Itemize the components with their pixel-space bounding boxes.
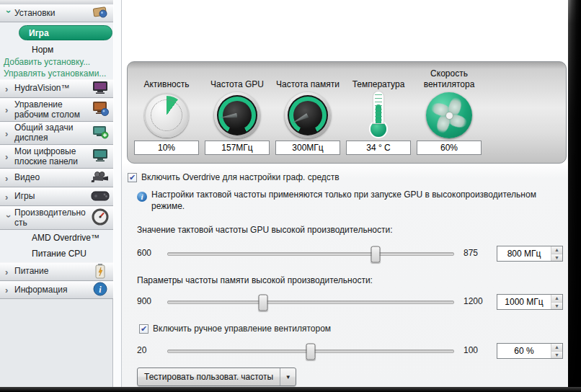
fan-slider-min: 20 bbox=[137, 345, 146, 355]
chevron-right-icon: › bbox=[5, 267, 14, 277]
gauge-label: Скорость вентилятора bbox=[414, 66, 484, 89]
memory-clock-label: Параметры частоты памяти высокой произво… bbox=[137, 275, 373, 285]
preset-item[interactable]: Норм bbox=[32, 45, 53, 55]
memory-slider-handle[interactable] bbox=[258, 294, 267, 311]
manual-fan-row: ✔ Включить ручное управление вентиляторо… bbox=[139, 324, 331, 334]
status-gauge-panel: Активность 10% Частота GPU 157МГц Частот… bbox=[127, 61, 567, 164]
sidebar-section-label: Игры bbox=[14, 192, 89, 202]
spin-up-button[interactable]: ▲ bbox=[551, 246, 562, 254]
catalyst-control-center-window: › Установки Игра Норм Добавить установку… bbox=[0, 0, 581, 392]
overdrive-page: Активность 10% Частота GPU 157МГц Частот… bbox=[122, 0, 568, 387]
gauge-label: Частота GPU bbox=[210, 66, 264, 89]
gpu-clock-label: Значение тактовой частоты GPU высокой пр… bbox=[137, 225, 392, 235]
manual-fan-checkbox[interactable]: ✔ bbox=[139, 324, 148, 334]
spin-down-button[interactable]: ▼ bbox=[551, 352, 562, 359]
chevron-right-icon: › bbox=[5, 192, 14, 202]
gauge-activity: Активность 10% bbox=[132, 66, 201, 163]
video-camera-icon bbox=[89, 171, 111, 186]
fan-icon bbox=[426, 91, 472, 140]
preset-item-selected[interactable]: Игра bbox=[19, 25, 112, 40]
sidebar-section-label: HydraVision™ bbox=[14, 84, 89, 94]
manage-presets-link[interactable]: Управлять установками... bbox=[4, 68, 106, 79]
gpu-slider-handle[interactable] bbox=[371, 246, 380, 262]
performance-gauge-icon bbox=[89, 208, 111, 228]
gauge-label: Частота памяти bbox=[276, 66, 340, 89]
manual-fan-label: Включить ручное управление вентилятором bbox=[153, 324, 331, 334]
gpu-slider-max: 875 bbox=[464, 248, 478, 258]
memory-clock-spinner[interactable]: 1000 МГц ▲ ▼ bbox=[497, 294, 563, 310]
thermometer-icon bbox=[368, 91, 389, 140]
enable-overdrive-row: ✔ Включить Overdrive для настройки граф.… bbox=[128, 172, 340, 182]
sidebar-section-digital-flat-panels[interactable]: › Мои цифровые плоские панели bbox=[0, 145, 113, 169]
activity-dial-icon bbox=[144, 91, 189, 140]
chevron-right-icon: › bbox=[5, 285, 14, 295]
flat-panel-icon bbox=[89, 148, 111, 166]
sidebar-splitter[interactable] bbox=[114, 0, 122, 387]
sidebar: › Установки Игра Норм Добавить установку… bbox=[0, 0, 113, 387]
memory-slider-min: 900 bbox=[137, 296, 151, 306]
gauge-value: 60% bbox=[417, 141, 482, 155]
sidebar-section-information[interactable]: › Информация i bbox=[0, 281, 113, 299]
gauge-value: 34 ° C bbox=[346, 141, 411, 155]
memory-slider-max: 1200 bbox=[464, 296, 483, 306]
info-icon: i bbox=[137, 192, 147, 202]
spin-down-button[interactable]: ▼ bbox=[551, 254, 562, 262]
battery-icon bbox=[89, 263, 111, 281]
sidebar-section-label: Производительность bbox=[14, 208, 89, 228]
desktop-management-icon bbox=[89, 101, 111, 119]
sidebar-section-label: Управление рабочим столом bbox=[14, 100, 89, 120]
sidebar-section-presets[interactable]: › Установки bbox=[0, 4, 113, 22]
presets-icon bbox=[89, 5, 111, 22]
sidebar-section-performance[interactable]: › Производительность bbox=[0, 206, 113, 230]
gauge-label: Температура bbox=[352, 66, 405, 89]
fan-slider-max: 100 bbox=[464, 345, 478, 355]
sidebar-section-label: Общий задачи дисплея bbox=[14, 123, 89, 143]
gauge-value: 10% bbox=[134, 141, 199, 155]
chevron-right-icon: › bbox=[5, 129, 14, 138]
gauge-value: 157МГц bbox=[205, 141, 270, 155]
memory-knob-icon bbox=[285, 91, 331, 140]
spin-up-button[interactable]: ▲ bbox=[551, 295, 562, 303]
memory-clock-slider[interactable] bbox=[167, 300, 454, 304]
sidebar-item-cpu-power[interactable]: Питание CPU bbox=[32, 249, 87, 259]
hydravision-icon bbox=[89, 81, 111, 97]
sidebar-section-hydravision[interactable]: › HydraVision™ bbox=[0, 79, 113, 98]
add-preset-link[interactable]: Добавить установку... bbox=[4, 57, 90, 67]
window-right-edge bbox=[568, 0, 581, 392]
sidebar-section-label: Установки bbox=[14, 9, 89, 19]
performance-submenu: AMD Overdrive™ Питание CPU bbox=[0, 230, 113, 262]
sidebar-item-amd-overdrive[interactable]: AMD Overdrive™ bbox=[32, 233, 99, 243]
enable-overdrive-label: Включить Overdrive для настройки граф. с… bbox=[141, 172, 340, 182]
sidebar-section-video[interactable]: › Видео bbox=[0, 169, 113, 187]
test-custom-clocks-label: Тестировать пользоват. частоты bbox=[138, 372, 280, 382]
gauge-memory-clock: Частота памяти 300МГц bbox=[273, 66, 342, 163]
gauge-value: 300МГц bbox=[275, 141, 340, 155]
chevron-right-icon: › bbox=[5, 105, 14, 115]
sidebar-section-label: Видео bbox=[14, 173, 89, 183]
gauge-temperature: Температура 34 ° C bbox=[344, 66, 413, 163]
sidebar-section-desktop-management[interactable]: › Управление рабочим столом bbox=[0, 98, 113, 122]
fan-speed-spinner[interactable]: 60 % ▲ ▼ bbox=[497, 343, 563, 359]
fan-slider-handle[interactable] bbox=[306, 343, 316, 360]
gpu-clock-spinner[interactable]: 800 МГц ▲ ▼ bbox=[497, 246, 563, 262]
fan-speed-slider[interactable] bbox=[167, 349, 454, 353]
chevron-down-icon: › bbox=[4, 215, 14, 224]
gpu-clock-slider[interactable] bbox=[167, 252, 454, 256]
gpu-knob-icon bbox=[214, 91, 260, 140]
chevron-down-icon: › bbox=[4, 10, 14, 19]
sidebar-section-power[interactable]: › Питание bbox=[0, 262, 113, 281]
presets-submenu: Игра Норм Добавить установку... Управлят… bbox=[0, 22, 113, 79]
gpu-clock-value: 800 МГц bbox=[497, 246, 551, 261]
enable-overdrive-checkbox[interactable]: ✔ bbox=[128, 173, 137, 182]
chevron-right-icon: › bbox=[5, 174, 14, 183]
sidebar-section-label: Информация bbox=[14, 285, 89, 295]
sidebar-section-common-display-tasks[interactable]: › Общий задачи дисплея bbox=[0, 122, 113, 145]
test-custom-clocks-button[interactable]: Тестировать пользоват. частоты ▼ bbox=[137, 368, 296, 386]
dropdown-arrow-icon[interactable]: ▼ bbox=[280, 374, 296, 380]
chevron-right-icon: › bbox=[5, 84, 14, 94]
spin-up-button[interactable]: ▲ bbox=[551, 344, 562, 352]
gauge-gpu-clock: Частота GPU 157МГц bbox=[203, 66, 272, 163]
sidebar-section-games[interactable]: › Игры bbox=[0, 187, 113, 206]
spin-down-button[interactable]: ▼ bbox=[551, 303, 562, 310]
gauge-label: Активность bbox=[143, 66, 189, 89]
